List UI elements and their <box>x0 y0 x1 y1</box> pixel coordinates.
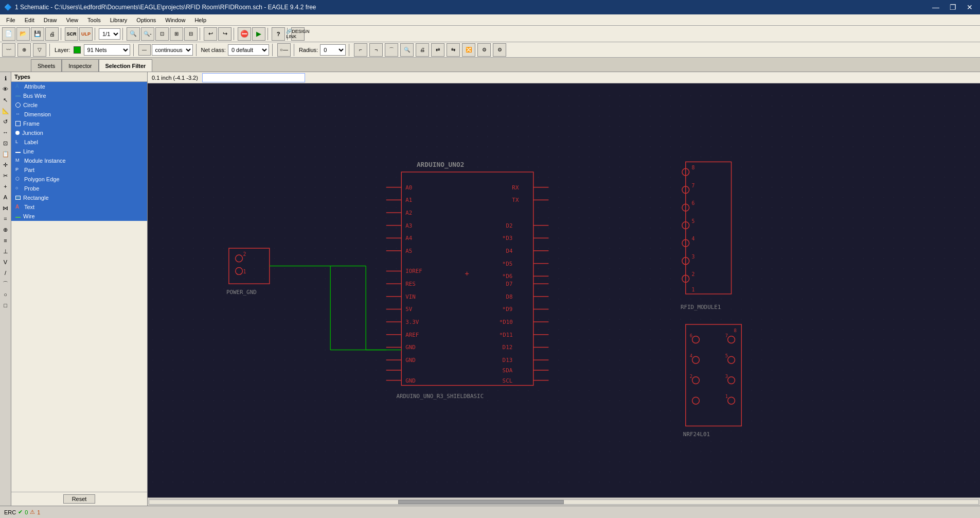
tab-sheets[interactable]: Sheets <box>31 59 62 72</box>
maximize-button[interactable]: ❐ <box>947 3 959 11</box>
settings-button[interactable]: ⚙ <box>477 43 491 57</box>
menu-file[interactable]: File <box>2 16 20 24</box>
line-width-group: — continuous <box>138 44 193 56</box>
move-tool[interactable]: ✛ <box>1 160 11 170</box>
eye-tool[interactable]: 👁 <box>1 84 11 94</box>
type-text[interactable]: A Text <box>11 202 147 212</box>
netclass-select[interactable]: 0 default <box>228 44 269 56</box>
close-button[interactable]: ✕ <box>964 3 976 11</box>
open-button[interactable]: 📂 <box>16 27 30 41</box>
type-frame[interactable]: Frame <box>11 119 147 128</box>
type-dimension[interactable]: ↔ Dimension <box>11 110 147 119</box>
rect-tool2[interactable]: □ <box>1 300 11 310</box>
power-tool[interactable]: ⊥ <box>1 246 11 256</box>
menu-window[interactable]: Window <box>161 16 189 24</box>
text-tool2[interactable]: A <box>1 192 11 202</box>
junction-tool[interactable]: ⊕ <box>1 225 11 235</box>
radius-select[interactable]: 0 <box>320 44 346 56</box>
titlebar-controls[interactable]: — ❐ ✕ <box>929 3 976 11</box>
svg-text:*D10: *D10 <box>500 319 513 325</box>
type-probe[interactable]: ○ Probe <box>11 184 147 193</box>
type-module[interactable]: M Module Instance <box>11 156 147 165</box>
pin-button[interactable]: ⊕ <box>17 43 31 57</box>
stop-button[interactable]: ⛔ <box>238 27 251 41</box>
schematic-canvas[interactable]: 0.1 inch (-4.1 -3.2) 2 1 <box>148 72 980 506</box>
bus-tool[interactable]: = <box>1 214 11 224</box>
type-line[interactable]: Line <box>11 147 147 156</box>
toggle2-button[interactable]: ⇆ <box>447 43 460 57</box>
print-button[interactable]: 🖨 <box>45 27 59 41</box>
measure-tool[interactable]: 📐 <box>1 106 11 116</box>
type-rectangle[interactable]: Rectangle <box>11 193 147 202</box>
erc-ok-icon: ✔ <box>18 509 23 515</box>
print2-button[interactable]: 🖨 <box>416 43 429 57</box>
circle-tool2[interactable]: ○ <box>1 289 11 300</box>
command-input[interactable] <box>202 73 305 82</box>
tab-selection-filter[interactable]: Selection Filter <box>99 59 153 72</box>
drc-button[interactable]: ⚙ <box>493 43 506 57</box>
type-label[interactable]: L Label <box>11 137 147 147</box>
angle2-button[interactable]: ¬ <box>369 43 383 57</box>
svg-text:ARDUINO_UNO_R3_SHIELDBASIC: ARDUINO_UNO_R3_SHIELDBASIC <box>396 393 484 400</box>
magnify-button[interactable]: 🔍 <box>400 43 414 57</box>
filter-button[interactable]: ▽ <box>33 43 46 57</box>
label-tool2[interactable]: ≡ <box>1 235 11 246</box>
copy-tool[interactable]: ⊡ <box>1 138 11 148</box>
endpoint-button[interactable]: ○— <box>277 43 291 57</box>
angle1-button[interactable]: ⌐ <box>354 43 367 57</box>
zoom-out-button[interactable]: 🔍- <box>141 27 154 41</box>
scroll-thumb[interactable] <box>398 500 564 504</box>
menu-tools[interactable]: Tools <box>83 16 105 24</box>
zoom-last-button[interactable]: ⊟ <box>184 27 198 41</box>
add-tool[interactable]: + <box>1 181 11 192</box>
minimize-button[interactable]: — <box>929 3 942 11</box>
paste-tool[interactable]: 📋 <box>1 149 11 159</box>
run-button[interactable]: ▶ <box>252 27 265 41</box>
page-selector[interactable]: 1/1 <box>99 28 120 40</box>
design-link-button[interactable]: 🔗DESIGN LINK <box>291 27 305 41</box>
zoom-fit-button[interactable]: ⊡ <box>155 27 169 41</box>
net-button[interactable]: 🔀 <box>462 43 475 57</box>
arc-button[interactable]: ⌒ <box>385 43 398 57</box>
delete-tool[interactable]: ✂ <box>1 170 11 181</box>
menu-options[interactable]: Options <box>132 16 160 24</box>
info-tool[interactable]: ℹ <box>1 73 11 83</box>
line-tool[interactable]: / <box>1 268 11 278</box>
type-junction[interactable]: Junction <box>11 128 147 137</box>
zoom-in-button[interactable]: 🔍 <box>127 27 140 41</box>
ulp-button[interactable]: ULP <box>79 27 93 41</box>
reset-button[interactable]: Reset <box>63 494 96 504</box>
mirror-tool[interactable]: ↔ <box>1 127 11 137</box>
type-buswire[interactable]: Bus Wire <box>11 91 147 100</box>
tab-inspector[interactable]: Inspector <box>62 59 98 72</box>
undo-button[interactable]: ↩ <box>204 27 217 41</box>
rotate-tool[interactable]: ↺ <box>1 116 11 127</box>
wire-mode-button[interactable]: 〰 <box>2 43 15 57</box>
zoom-area-button[interactable]: ⊞ <box>170 27 183 41</box>
menu-draw[interactable]: Draw <box>40 16 61 24</box>
type-polygon[interactable]: ⬡ Polygon Edge <box>11 175 147 184</box>
menu-library[interactable]: Library <box>106 16 132 24</box>
menu-help[interactable]: Help <box>190 16 210 24</box>
type-part[interactable]: P Part <box>11 165 147 175</box>
scroll-track[interactable] <box>149 499 979 505</box>
new-button[interactable]: 📄 <box>2 27 15 41</box>
sep13 <box>349 44 351 56</box>
line-style-select[interactable]: continuous <box>152 44 193 56</box>
menu-view[interactable]: View <box>62 16 82 24</box>
value-tool[interactable]: V <box>1 257 11 267</box>
redo-button[interactable]: ↪ <box>218 27 231 41</box>
save-button[interactable]: 💾 <box>31 27 44 41</box>
type-circle[interactable]: Circle <box>11 100 147 110</box>
horizontal-scrollbar[interactable] <box>148 497 980 506</box>
type-wire[interactable]: Wire <box>11 212 147 221</box>
type-attribute[interactable]: A Attribute <box>11 82 147 91</box>
arc-tool2[interactable]: ⌒ <box>1 279 11 289</box>
select-tool[interactable]: ↖ <box>1 95 11 105</box>
net-tool[interactable]: ⋈ <box>1 203 11 213</box>
help-button[interactable]: ? <box>272 27 285 41</box>
menu-edit[interactable]: Edit <box>21 16 39 24</box>
toggle1-button[interactable]: ⇄ <box>431 43 444 57</box>
layer-select[interactable]: 91 Nets <box>84 44 130 56</box>
script-button[interactable]: SCR <box>65 27 78 41</box>
